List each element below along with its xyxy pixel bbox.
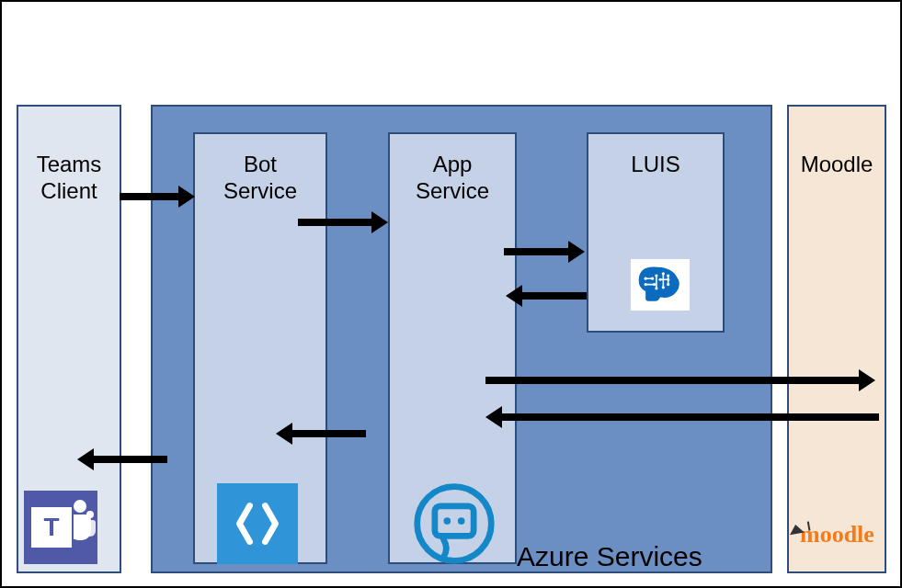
app-label-line1: App [433,152,473,176]
teams-label-line2: Client [40,178,97,203]
arrow-teams-to-bot [120,193,178,200]
diagram-canvas: Teams Client Bot Service App Service LUI… [0,0,902,588]
arrow-bot-to-teams [94,456,167,463]
bot-service-label: Bot Service [193,152,327,205]
svg-point-8 [655,274,657,277]
moodle-logo-text: moodle [800,521,874,548]
bot-label-line1: Bot [244,152,277,176]
svg-point-10 [659,278,662,281]
svg-point-11 [667,278,669,281]
svg-point-4 [645,277,647,280]
svg-point-13 [662,286,665,288]
bot-label-line2: Service [223,178,297,203]
svg-point-7 [653,283,656,286]
svg-rect-1 [435,506,474,537]
arrow-bot-to-app [298,219,371,226]
arrow-app-to-bot [292,430,366,437]
teams-label-line1: Teams [37,152,102,176]
app-service-label: App Service [388,152,517,205]
svg-point-5 [651,277,654,280]
azure-services-label: Azure Services [517,540,765,573]
arrow-app-to-moodle [485,377,859,384]
luis-brain-icon [631,259,690,311]
arrow-luis-to-app [522,292,587,300]
arrow-moodle-to-app [502,413,879,421]
moodle-logo-icon: moodle [789,516,888,553]
svg-point-9 [655,287,657,289]
svg-point-3 [458,517,465,525]
svg-point-14 [667,274,669,277]
luis-label: LUIS [587,152,725,178]
arrow-app-to-luis [504,248,568,255]
app-label-line2: Service [416,178,489,203]
svg-point-12 [662,272,665,275]
azure-cognitive-app-icon [410,480,498,568]
svg-point-0 [417,487,492,561]
moodle-label: Moodle [787,152,886,178]
svg-point-2 [443,517,451,525]
microsoft-teams-icon: T [24,491,97,564]
svg-point-6 [645,283,647,286]
svg-point-15 [667,283,669,286]
teams-client-label: Teams Client [17,152,121,205]
azure-bot-service-icon [217,483,298,564]
